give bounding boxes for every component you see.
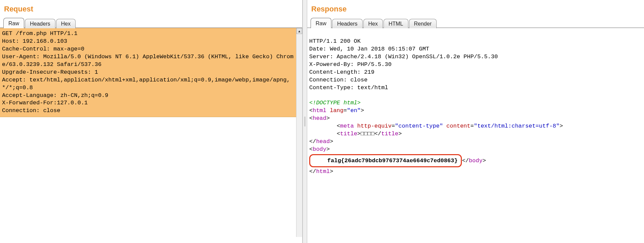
tab-request-hex[interactable]: Hex	[56, 19, 76, 28]
title-close-tag: title	[381, 131, 398, 137]
split-divider[interactable]	[303, 0, 307, 243]
meta-tag: meta	[340, 123, 354, 129]
request-panel: Request Raw Headers Hex GET /from.php HT…	[0, 0, 303, 243]
head-close-tag: head	[316, 138, 330, 145]
doctype-decl: <!DOCTYPE html>	[309, 100, 361, 106]
response-panel: Response Raw Headers Hex HTML Render HTT…	[307, 0, 644, 243]
tab-request-raw[interactable]: Raw	[3, 18, 24, 28]
meta-content-val: "text/html:charset=utf-8"	[474, 123, 560, 129]
tab-response-hex[interactable]: Hex	[363, 19, 383, 28]
request-tabs: Raw Headers Hex	[0, 18, 302, 28]
flag-text: falg{26adc79bdcb9767374ae6649c7ed0863}	[327, 158, 458, 164]
scroll-up-icon[interactable]: ▲	[296, 28, 302, 34]
response-content: HTTP/1.1 200 OK Date: Wed, 10 Jan 2018 0…	[307, 28, 644, 237]
html-lang-attr: lang	[330, 107, 344, 114]
meta-content-attr: content	[446, 123, 470, 129]
body-close-tag: body	[469, 158, 483, 164]
title-text: □□□□	[361, 131, 374, 137]
head-open-tag: head	[313, 115, 326, 122]
response-tabs: Raw Headers Hex HTML Render	[307, 18, 644, 28]
title-open-tag: title	[340, 131, 357, 137]
flag-highlight: falg{26adc79bdcb9767374ae6649c7ed0863}	[309, 154, 462, 167]
request-content: GET /from.php HTTP/1.1 Host: 192.168.0.1…	[0, 28, 302, 237]
body-open-tag: body	[313, 146, 326, 152]
response-raw-text[interactable]: HTTP/1.1 200 OK Date: Wed, 10 Jan 2018 0…	[307, 28, 644, 178]
html-close-tag: html	[316, 168, 330, 175]
meta-httpequiv-attr: http-equiv	[357, 123, 392, 129]
request-scrollbar[interactable]: ▲	[296, 28, 302, 237]
tab-response-headers[interactable]: Headers	[332, 19, 362, 28]
request-raw-text[interactable]: GET /from.php HTTP/1.1 Host: 192.168.0.1…	[0, 28, 302, 117]
html-lang-val: "en"	[347, 107, 361, 114]
meta-httpequiv-val: "content-type"	[395, 123, 443, 129]
html-open-tag: html	[313, 107, 326, 114]
tab-request-headers[interactable]: Headers	[25, 19, 55, 28]
request-title: Request	[0, 0, 302, 18]
divider-grip-icon	[304, 116, 306, 127]
response-headers-block: HTTP/1.1 200 OK Date: Wed, 10 Jan 2018 0…	[309, 38, 498, 91]
tab-response-render[interactable]: Render	[409, 19, 437, 28]
tab-response-html[interactable]: HTML	[384, 19, 408, 28]
tab-response-raw[interactable]: Raw	[311, 18, 331, 28]
response-title: Response	[307, 0, 644, 18]
